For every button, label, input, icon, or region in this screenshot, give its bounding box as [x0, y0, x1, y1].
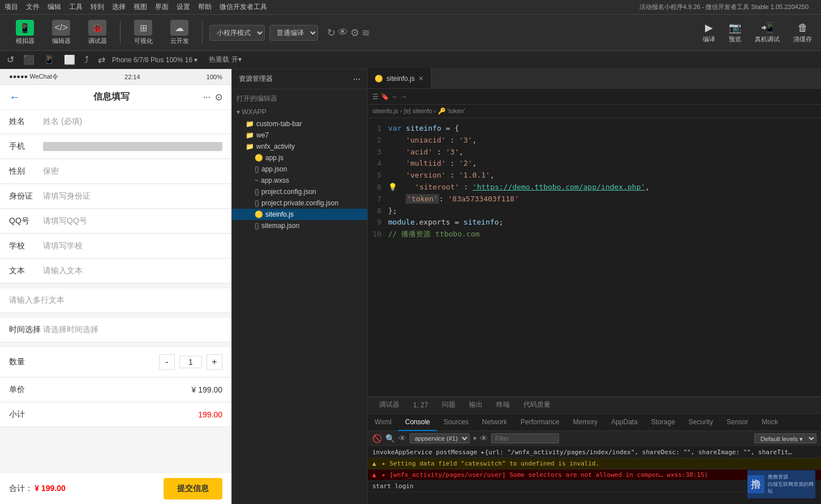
forward-nav-icon[interactable]: → — [401, 93, 407, 101]
file-project-private-config[interactable]: {} project.private.config.json — [232, 197, 367, 209]
menu-item-tools[interactable]: 工具 — [69, 2, 83, 12]
file-explorer-header: 资源管理器 ··· — [232, 69, 367, 89]
compile-select[interactable]: 普通编译 — [269, 25, 318, 41]
form-row-gender[interactable]: 性别 保密 — [0, 160, 231, 184]
folder-custom-tab-bar[interactable]: 📁 custom-tab-bar — [232, 118, 367, 130]
menu-item-settings[interactable]: 设置 — [177, 2, 190, 12]
menu-toggle-icon[interactable]: ☰ — [372, 93, 379, 101]
preview-icon[interactable]: 👁 — [338, 27, 348, 38]
explorer-more-icon[interactable]: ··· — [353, 74, 360, 84]
form-row-phone[interactable]: 手机 — [0, 135, 231, 159]
open-editors-section[interactable]: 打开的编辑器 — [232, 92, 367, 106]
chrome-tab-storage[interactable]: Storage — [644, 414, 682, 431]
textarea-row[interactable]: 请输入多行文本 — [0, 288, 231, 313]
tab-debugger[interactable]: 调试器 — [372, 397, 406, 414]
back-button[interactable]: ← — [9, 91, 20, 104]
form-row-school[interactable]: 学校 请填写学校 — [0, 234, 231, 259]
default-levels-select[interactable]: Default levels ▾ — [754, 433, 816, 443]
code-line-7: 7 'token': '83a5733403f118' — [368, 193, 821, 205]
settings-gear-icon[interactable]: ⚙ — [350, 27, 359, 39]
menu-item-select[interactable]: 选择 — [112, 2, 126, 12]
clear-console-icon[interactable]: 🚫 — [372, 434, 382, 443]
form-row-text[interactable]: 文本 请输入文本 — [0, 259, 231, 283]
share-icon[interactable]: ⤴ — [82, 54, 91, 66]
folder-wnfx-activity[interactable]: 📁 wnfx_activity — [232, 141, 367, 152]
hotreload-label[interactable]: 热重载 开▾ — [209, 55, 241, 64]
submit-button[interactable]: 提交信息 — [164, 478, 222, 499]
tab-output[interactable]: 输出 — [462, 397, 489, 414]
cloud-button[interactable]: ☁ 云开发 — [164, 18, 195, 48]
mode-select[interactable]: 小程序模式 — [209, 25, 265, 41]
compile-action[interactable]: ▶ 编译 — [703, 21, 715, 44]
total-display: 合计： ¥ 199.00 — [9, 484, 66, 494]
machinetest-action[interactable]: 📲 真机调试 — [755, 21, 780, 44]
qty-minus-button[interactable]: - — [159, 354, 175, 370]
stop-icon[interactable]: ⬛ — [21, 53, 37, 66]
folder-we7[interactable]: 📁 we7 — [232, 130, 367, 141]
chrome-tab-sources[interactable]: Sources — [437, 414, 475, 431]
chrome-tab-sensor[interactable]: Sensor — [720, 414, 755, 431]
menu-item-project[interactable]: 项目 — [5, 2, 18, 12]
chrome-tab-security[interactable]: Security — [682, 414, 720, 431]
file-app-js[interactable]: 🟡 app.js — [232, 152, 367, 163]
chrome-tab-mock[interactable]: Mock — [755, 414, 785, 431]
rotate-icon[interactable]: ⇄ — [96, 53, 108, 66]
form-row-id[interactable]: 身份证 请填写身份证 — [0, 184, 231, 209]
nav-more-icon[interactable]: ··· — [203, 92, 210, 102]
tab-position[interactable]: 1, 27 — [406, 397, 435, 414]
form-row-qq[interactable]: QQ号 请填写QQ号 — [0, 209, 231, 234]
form-row-name[interactable]: 姓名 姓名 (必填) — [0, 110, 231, 134]
form-row-time[interactable]: 时间选择 请选择时间选择 — [0, 318, 231, 342]
menu-item-edit[interactable]: 编辑 — [48, 2, 61, 12]
file-project-config[interactable]: {} project.config.json — [232, 186, 367, 197]
simulator-button[interactable]: 📱 模拟器 — [9, 18, 41, 48]
tab-close-icon[interactable]: ✕ — [418, 75, 424, 83]
visible-button[interactable]: ⊞ 可视化 — [127, 18, 159, 48]
wxapp-root[interactable]: ▾ WXAPP — [232, 106, 367, 118]
menu-item-wechat[interactable]: 微信开发者工具 — [220, 2, 267, 12]
more-icon[interactable]: ≋ — [362, 27, 370, 39]
chrome-tab-wxml[interactable]: Wxml — [368, 414, 398, 431]
refresh-icon[interactable]: ↻ — [327, 27, 336, 39]
eye2-icon[interactable]: 👁 — [480, 434, 488, 443]
file-app-json[interactable]: {} app.json — [232, 163, 367, 175]
chrome-tab-console[interactable]: Console — [398, 414, 437, 431]
back-nav-icon[interactable]: ← — [392, 93, 398, 101]
tab-terminal[interactable]: 终端 — [489, 397, 517, 414]
tab-issues[interactable]: 问题 — [435, 397, 462, 414]
phone-model-label[interactable]: Phone 6/7/8 Plus 100% 16 ▾ — [112, 56, 197, 64]
phone-icon[interactable]: 📱 — [41, 53, 57, 66]
realpreview-action[interactable]: 📷 预览 — [729, 21, 741, 44]
file-sitemap-json[interactable]: {} sitemap.json — [232, 220, 367, 231]
dropdown-icon[interactable]: ▾ — [473, 434, 476, 442]
file-siteinfo-js[interactable]: 🟡 siteinfo.js — [232, 209, 367, 220]
menu-item-file[interactable]: 文件 — [26, 2, 40, 12]
chrome-tab-performance[interactable]: Performance — [514, 414, 566, 431]
filter-input[interactable] — [491, 433, 559, 443]
bookmark-icon[interactable]: 🔖 — [381, 93, 389, 101]
nav-record-icon[interactable]: ⊙ — [215, 92, 222, 102]
chrome-tab-appdata[interactable]: AppData — [604, 414, 644, 431]
appservice-select[interactable]: appservice (#1) — [410, 433, 470, 443]
tab-quality[interactable]: 代码质量 — [517, 397, 557, 414]
qty-value[interactable]: 1 — [179, 356, 202, 368]
file-app-wxss[interactable]: ~ app.wxss — [232, 175, 367, 186]
menu-item-goto[interactable]: 转到 — [91, 2, 104, 12]
chrome-tab-memory[interactable]: Memory — [566, 414, 604, 431]
menu-item-view[interactable]: 视图 — [134, 2, 147, 12]
menu-item-interface[interactable]: 界面 — [155, 2, 169, 12]
tab-label: siteinfo.js — [386, 75, 415, 83]
tab-siteinfo-js[interactable]: 🟡 siteinfo.js ✕ — [368, 68, 431, 88]
menu-item-help[interactable]: 帮助 — [198, 2, 212, 12]
main-layout: ●●●●● WeChat令 22:14 100% ← 信息填写 ··· ⊙ 姓名… — [0, 69, 821, 504]
clearcache-action[interactable]: 🗑 清缓存 — [793, 22, 812, 44]
screenshot-icon[interactable]: ⬜ — [62, 53, 78, 66]
qty-plus-button[interactable]: + — [207, 354, 222, 370]
debugger-button[interactable]: 🐞 调试器 — [81, 18, 113, 48]
filter-icon[interactable]: 🔍 — [385, 434, 395, 443]
chrome-tab-network[interactable]: Network — [475, 414, 514, 431]
refresh2-icon[interactable]: ↺ — [5, 53, 16, 66]
code-editor[interactable]: 1 var siteinfo = { 2 'uniacid' : '3', 3 … — [368, 118, 821, 397]
editor-button[interactable]: </> 编辑器 — [45, 18, 77, 48]
eye-icon[interactable]: 👁 — [398, 434, 406, 443]
